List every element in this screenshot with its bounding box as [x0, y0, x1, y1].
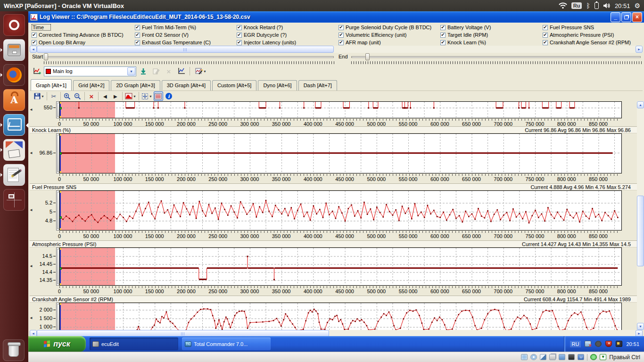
- add-log-chart-button[interactable]: [31, 66, 42, 76]
- tab-dyno[interactable]: Dyno [Alt+6]: [258, 80, 297, 90]
- y-zoom-slider[interactable]: [56, 190, 59, 230]
- y-zoom-slider[interactable]: [56, 133, 59, 173]
- security-alert-icon[interactable]: [605, 341, 612, 347]
- end-slider[interactable]: [351, 56, 641, 58]
- tray-volume-icon[interactable]: [595, 341, 602, 347]
- panel-collapse-icon[interactable]: ◄: [30, 208, 33, 212]
- chart-plot-partial-top[interactable]: [59, 101, 622, 118]
- signal-checkbox[interactable]: ✔: [543, 33, 548, 38]
- shared-folder-icon[interactable]: [559, 354, 565, 360]
- keyboard-layout-indicator[interactable]: Ru: [571, 2, 582, 9]
- shared-clipboard-icon[interactable]: [540, 354, 546, 360]
- video-capture-icon[interactable]: [568, 354, 575, 360]
- signal-checkbox[interactable]: ✔: [543, 25, 548, 30]
- taskbar-task-total-commander[interactable]: TC Total Commander 7.0...: [182, 337, 271, 350]
- signal-checkbox[interactable]: ✔: [543, 40, 548, 45]
- signal-checkbox[interactable]: ✔: [32, 33, 37, 38]
- zoom-in-button[interactable]: [63, 91, 72, 101]
- signal-checkbox[interactable]: ✔: [339, 25, 344, 30]
- minimize-button[interactable]: _: [611, 12, 620, 22]
- taskbar-task-ecuedit[interactable]: ecuEdit: [90, 337, 178, 350]
- chart-style-button[interactable]: ▼: [124, 91, 137, 101]
- launcher-item-text-editor[interactable]: [3, 164, 25, 186]
- time-cursor[interactable]: [60, 102, 61, 118]
- session-gear-icon[interactable]: ⚙: [634, 2, 640, 9]
- chart-plot-crankshaft-rpm[interactable]: [59, 303, 622, 330]
- scrollbar-thumb[interactable]: [37, 46, 334, 53]
- chart-plot-atmospheric-pressure[interactable]: [59, 247, 622, 286]
- start-button[interactable]: пуск: [28, 336, 86, 352]
- signal-checkbox[interactable]: ✔: [440, 33, 446, 38]
- step-forward-button[interactable]: ▶: [111, 91, 120, 101]
- panel-collapse-icon[interactable]: ◄: [30, 151, 33, 155]
- start-slider-thumb[interactable]: [44, 53, 48, 60]
- signal-checkbox[interactable]: ✔: [237, 40, 242, 45]
- signal-checkbox[interactable]: ✔: [339, 40, 344, 45]
- launcher-item-file-manager[interactable]: [3, 39, 25, 61]
- chart-plot-knock-learn[interactable]: [59, 133, 622, 173]
- launcher-item-software-center[interactable]: A: [3, 89, 25, 111]
- save-chart-button[interactable]: ▼: [33, 91, 45, 101]
- scroll-right-arrow-icon[interactable]: ►: [636, 46, 643, 53]
- zoom-out-button[interactable]: [73, 91, 83, 101]
- display-icon[interactable]: [549, 354, 556, 360]
- tab-2d[interactable]: 2D Graph [Alt+3]: [111, 80, 160, 90]
- signals-horizontal-scrollbar[interactable]: ◄ ►: [30, 46, 643, 53]
- panel-collapse-icon[interactable]: ◄: [30, 264, 33, 268]
- launcher-item-workspace-switcher[interactable]: [3, 189, 25, 211]
- wifi-icon[interactable]: [559, 2, 567, 9]
- signal-checkbox[interactable]: ✔: [237, 33, 242, 38]
- step-back-button[interactable]: ◀: [100, 91, 110, 101]
- launcher-item-firefox[interactable]: [3, 64, 25, 86]
- end-slider-thumb[interactable]: [365, 53, 370, 60]
- network-status-icon[interactable]: [585, 341, 591, 347]
- time-cursor[interactable]: [60, 248, 61, 285]
- signal-checkbox[interactable]: ✔: [339, 33, 344, 38]
- combobox-dropdown-icon[interactable]: ▼: [127, 67, 135, 75]
- signal-checkbox[interactable]: ✔: [135, 40, 140, 45]
- tab-grid[interactable]: Grid [Alt+2]: [73, 80, 109, 90]
- y-zoom-slider[interactable]: [56, 247, 59, 286]
- delete-log-button[interactable]: ×: [163, 66, 174, 76]
- tab-3d[interactable]: 3D Graph [Alt+4]: [162, 80, 211, 90]
- load-log-button[interactable]: [138, 66, 149, 76]
- chart-plot-fuel-pressure-sns[interactable]: [59, 190, 622, 230]
- battery-icon[interactable]: [594, 2, 599, 9]
- launcher-item-trash[interactable]: [3, 339, 25, 361]
- start-slider[interactable]: [44, 56, 334, 58]
- chart-properties-button[interactable]: [176, 66, 187, 76]
- cut-button[interactable]: ✂: [49, 91, 58, 101]
- vscrollbar-thumb[interactable]: [637, 196, 644, 266]
- scroll-up-arrow-icon[interactable]: ▲: [637, 101, 644, 108]
- scroll-down-arrow-icon[interactable]: ▼: [637, 323, 644, 330]
- clear-selection-button[interactable]: ×: [87, 91, 96, 101]
- panel-collapse-icon[interactable]: ◄: [30, 107, 33, 112]
- signal-checkbox[interactable]: ✔: [32, 40, 37, 45]
- launcher-item-map-game[interactable]: [3, 139, 25, 161]
- edit-log-button[interactable]: [150, 66, 162, 76]
- close-button[interactable]: ×: [632, 12, 642, 22]
- time-cursor[interactable]: [60, 303, 61, 330]
- launcher-item-system-monitor[interactable]: [3, 114, 25, 136]
- update-icon[interactable]: [616, 341, 622, 347]
- log-viewer-titlebar[interactable]: Log Viewer :: C:\Program Files\ecuEdit\e…: [28, 11, 644, 23]
- log-wizard-button[interactable]: ▼: [192, 66, 209, 76]
- tab-custom[interactable]: Custom [Alt+5]: [212, 80, 256, 90]
- host-clock[interactable]: 20:51: [615, 2, 630, 9]
- language-indicator[interactable]: RU: [570, 341, 581, 347]
- signal-checkbox[interactable]: ✔: [440, 40, 446, 45]
- panel-layout-button[interactable]: [154, 91, 163, 101]
- panel-collapse-icon[interactable]: ◄: [30, 316, 33, 320]
- signal-checkbox[interactable]: ✔: [440, 25, 446, 30]
- volume-icon[interactable]: [603, 2, 611, 9]
- optical-disk-icon[interactable]: [530, 354, 537, 360]
- tab-graph[interactable]: Graph [Alt+1]: [31, 79, 72, 90]
- y-zoom-slider[interactable]: [56, 303, 59, 330]
- usb-icon[interactable]: U: [578, 354, 584, 360]
- log-selector-combobox[interactable]: Main log ▼: [44, 66, 136, 76]
- time-cursor[interactable]: [60, 191, 61, 230]
- signal-checkbox[interactable]: ✔: [135, 25, 140, 30]
- fit-view-button[interactable]: ▼: [141, 91, 153, 101]
- tab-dash[interactable]: Dash [Alt+7]: [298, 80, 337, 90]
- bluetooth-icon[interactable]: ᛒ: [586, 2, 590, 9]
